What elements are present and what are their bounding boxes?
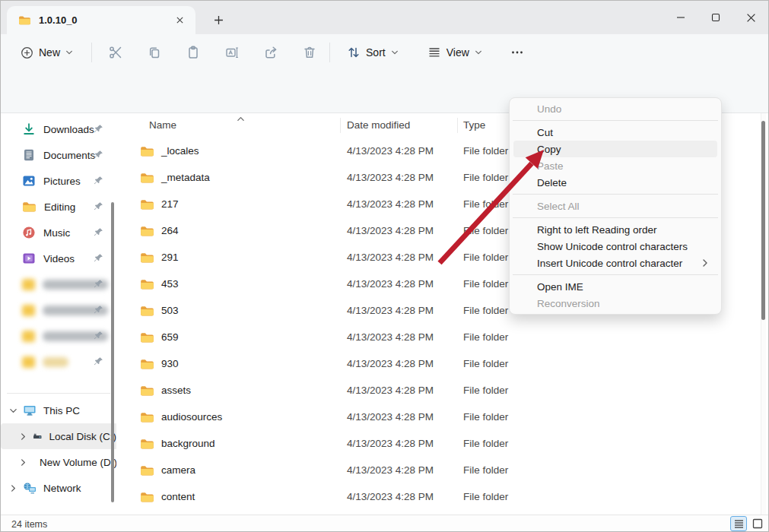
paste-button[interactable]	[178, 39, 208, 66]
sidebar-scrollbar[interactable]	[111, 202, 114, 502]
downloads-icon	[22, 122, 36, 136]
file-row[interactable]: 659 4/13/2023 4:28 PM File folder	[116, 324, 769, 350]
file-name: content	[161, 491, 195, 502]
toolbar-separator	[91, 43, 92, 62]
file-row[interactable]: audiosources 4/13/2023 4:28 PM File fold…	[116, 404, 769, 430]
file-list-scrollbar[interactable]	[761, 113, 766, 515]
videos-icon	[22, 252, 36, 265]
context-menu-item[interactable]: Paste	[513, 157, 717, 174]
rename-button[interactable]	[217, 39, 247, 66]
context-menu-item[interactable]: Select All	[513, 198, 717, 214]
file-name: 659	[161, 331, 179, 343]
details-view-button[interactable]	[730, 516, 747, 531]
file-date-modified: 4/13/2023 4:28 PM	[341, 385, 458, 396]
chevron-right-icon[interactable]	[19, 432, 27, 441]
close-button[interactable]	[733, 1, 768, 34]
sidebar-label: Network	[43, 483, 81, 494]
menu-item-label: Insert Unicode control character	[537, 258, 682, 269]
file-row[interactable]: 930 4/13/2023 4:28 PM File folder	[116, 350, 769, 377]
tab-close-icon[interactable]	[171, 12, 188, 29]
sidebar-item-videos[interactable]: Videos	[1, 245, 116, 271]
sidebar-item-downloads[interactable]: Downloads	[1, 116, 116, 142]
chevron-right-icon[interactable]	[19, 458, 27, 467]
sidebar-item-network[interactable]: Network	[1, 475, 116, 501]
pin-icon	[94, 124, 103, 134]
folder-icon	[140, 491, 154, 503]
cut-button[interactable]	[100, 39, 131, 66]
context-menu-item[interactable]: Reconversion	[513, 295, 717, 312]
copy-button[interactable]	[139, 39, 170, 66]
new-tab-button[interactable]	[208, 9, 229, 30]
titlebar: 1.0.10_0	[1, 1, 768, 34]
context-menu-item[interactable]: Show Unicode control characters	[513, 238, 717, 255]
toolbar: New Sort View	[1, 34, 768, 71]
context-menu-item[interactable]: Delete	[513, 174, 717, 191]
folder-icon	[22, 279, 35, 290]
column-header-date-modified[interactable]: Date modified	[341, 118, 458, 133]
submenu-chevron-icon	[701, 258, 710, 268]
chevron-right-icon[interactable]	[8, 484, 17, 492]
sidebar-item-new-volume[interactable]: New Volume (D:)	[1, 449, 116, 475]
new-button[interactable]: New	[13, 42, 81, 64]
file-date-modified: 4/13/2023 4:28 PM	[341, 252, 458, 263]
redacted-label	[43, 357, 68, 367]
explorer-tab[interactable]: 1.0.10_0	[7, 6, 195, 34]
file-name-cell: 264	[116, 225, 341, 237]
trash-icon	[302, 45, 317, 60]
scrollbar-thumb[interactable]	[761, 121, 765, 320]
context-menu-item[interactable]: Copy	[513, 141, 717, 157]
maximize-button[interactable]	[698, 1, 733, 34]
share-button[interactable]	[256, 39, 286, 66]
chevron-down-icon[interactable]	[8, 407, 17, 415]
file-row[interactable]: camera 4/13/2023 4:28 PM File folder	[116, 457, 769, 483]
column-header-name[interactable]: Name	[116, 118, 341, 133]
sidebar-label: This PC	[43, 405, 80, 416]
network-icon	[23, 481, 37, 495]
pin-icon	[94, 201, 103, 211]
sidebar-item-redacted[interactable]	[1, 297, 116, 323]
context-menu-item[interactable]: Right to left Reading order	[513, 221, 717, 238]
file-name-cell: 503	[116, 305, 341, 317]
sidebar-item-redacted[interactable]	[1, 323, 116, 349]
file-row[interactable]: content 4/13/2023 4:28 PM File folder	[116, 483, 769, 510]
sidebar-item-editing[interactable]: Editing	[1, 194, 116, 220]
file-name-cell: background	[116, 438, 341, 450]
rename-icon	[224, 45, 240, 60]
context-menu-item[interactable]: Open IME	[513, 278, 717, 295]
folder-icon	[22, 201, 37, 213]
folder-icon	[140, 385, 154, 397]
view-button[interactable]: View	[420, 41, 490, 64]
see-more-button[interactable]	[504, 40, 531, 65]
sidebar-label: Downloads	[43, 124, 94, 135]
folder-icon	[22, 305, 35, 316]
file-date-modified: 4/13/2023 4:28 PM	[341, 172, 458, 183]
sort-button[interactable]: Sort	[339, 41, 406, 64]
pin-icon	[94, 150, 103, 160]
sidebar-item-local-disk-c[interactable]: Local Disk (C:)	[1, 423, 116, 449]
copy-icon	[147, 45, 162, 60]
view-icon	[427, 46, 441, 59]
sidebar-item-documents[interactable]: Documents	[1, 142, 116, 168]
file-row[interactable]: background 4/13/2023 4:28 PM File folder	[116, 430, 769, 457]
file-date-modified: 4/13/2023 4:28 PM	[341, 438, 458, 449]
pin-icon	[94, 253, 103, 263]
sidebar-item-pictures[interactable]: Pictures	[1, 168, 116, 194]
delete-button[interactable]	[294, 39, 325, 66]
column-header-type[interactable]: Type	[458, 118, 513, 133]
window-controls	[663, 1, 768, 34]
minimize-button[interactable]	[663, 1, 698, 34]
context-menu-item[interactable]: Insert Unicode control character	[513, 255, 717, 271]
large-icons-view-button[interactable]	[750, 516, 765, 531]
context-menu-item[interactable]: Cut	[513, 124, 717, 141]
sidebar-item-redacted[interactable]	[1, 271, 116, 297]
file-name-cell: audiosources	[116, 411, 341, 423]
file-row[interactable]: assets 4/13/2023 4:28 PM File folder	[116, 377, 769, 404]
sidebar-item-this-pc[interactable]: This PC	[1, 397, 116, 423]
sidebar-label: Pictures	[43, 176, 81, 187]
file-name: _metadata	[161, 172, 210, 183]
context-menu-item[interactable]: Undo	[513, 100, 717, 117]
sidebar-item-redacted[interactable]	[1, 349, 116, 375]
sidebar-item-music[interactable]: Music	[1, 220, 116, 245]
sidebar: Downloads Documents Pictures Editing	[1, 113, 116, 515]
file-type: File folder	[458, 411, 769, 423]
